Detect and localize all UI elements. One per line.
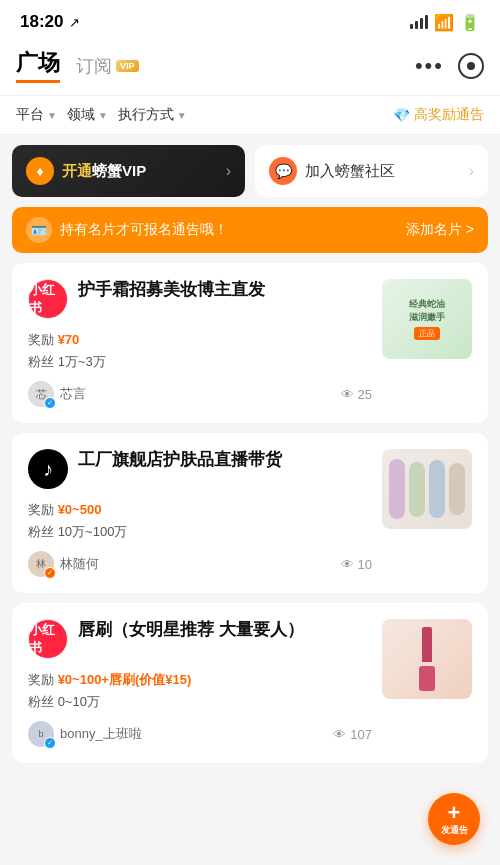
task-header: 小红书 护手霜招募美妆博主直发 [28, 279, 372, 319]
task-info: 奖励 ¥0~500 粉丝 10万~100万 [28, 501, 372, 541]
task-header: ♪ 工厂旗舰店护肤品直播带货 [28, 449, 372, 489]
card-notice-banner[interactable]: 🪪 持有名片才可报名通告哦！ 添加名片 > [12, 207, 488, 253]
location-icon: ↗ [69, 15, 80, 30]
avatar: 林 ✓ [28, 551, 54, 577]
community-icon: 💬 [269, 157, 297, 185]
task-card-2[interactable]: ♪ 工厂旗舰店护肤品直播带货 奖励 ¥0~500 粉丝 10万~100万 [12, 433, 488, 593]
task-info: 奖励 ¥0~100+唇刷(价值¥15) 粉丝 0~10万 [28, 671, 372, 711]
task-author: b ✓ bonny_上班啦 [28, 721, 142, 747]
promo-row: ♦ 开通螃蟹VIP › 💬 加入螃蟹社区 › [0, 135, 500, 207]
task-card-1[interactable]: 小红书 护手霜招募美妆博主直发 奖励 ¥70 粉丝 1万~3万 芯 [12, 263, 488, 423]
plus-icon: + [448, 802, 461, 824]
view-count: 👁 10 [341, 557, 372, 572]
high-reward-filter[interactable]: 💎 高奖励通告 [393, 106, 484, 124]
task-header: 小红书 唇刷（女明星推荐 大量要人） [28, 619, 372, 659]
task-reward: 奖励 ¥0~100+唇刷(价值¥15) [28, 671, 372, 689]
execution-filter[interactable]: 执行方式 ▼ [118, 106, 187, 124]
verified-icon: ✓ [44, 397, 56, 409]
view-count: 👁 107 [333, 727, 372, 742]
verified-icon: ✓ [44, 567, 56, 579]
vip-icon: ♦ [26, 157, 54, 185]
task-footer: 芯 ✓ 芯言 👁 25 [28, 381, 372, 407]
diamond-icon: 💎 [393, 107, 410, 123]
chevron-down-icon: ▼ [98, 110, 108, 121]
task-reward: 奖励 ¥0~500 [28, 501, 372, 519]
task-title: 护手霜招募美妆博主直发 [78, 279, 372, 301]
task-fans: 粉丝 10万~100万 [28, 523, 372, 541]
view-count: 👁 25 [341, 387, 372, 402]
card-icon: 🪪 [26, 217, 52, 243]
chevron-down-icon: ▼ [177, 110, 187, 121]
more-icon[interactable]: ••• [415, 53, 444, 79]
signal-icon [410, 15, 428, 29]
platform-filter[interactable]: 平台 ▼ [16, 106, 57, 124]
author-name: bonny_上班啦 [60, 725, 142, 743]
chevron-down-icon: ▼ [47, 110, 57, 121]
task-card-1-content: 小红书 护手霜招募美妆博主直发 奖励 ¥70 粉丝 1万~3万 芯 [28, 279, 372, 407]
battery-icon: 🔋 [460, 13, 480, 32]
task-info: 奖励 ¥70 粉丝 1万~3万 [28, 331, 372, 371]
post-button[interactable]: + 发通告 [428, 793, 480, 845]
promo-vip-text: 开通螃蟹VIP [62, 162, 218, 181]
verified-icon: ✓ [44, 737, 56, 749]
task-title: 工厂旗舰店护肤品直播带货 [78, 449, 372, 471]
avatar: 芯 ✓ [28, 381, 54, 407]
task-card-3[interactable]: 小红书 唇刷（女明星推荐 大量要人） 奖励 ¥0~100+唇刷(价值¥15) 粉… [12, 603, 488, 763]
card-notice-action: 添加名片 > [406, 221, 474, 239]
promo-community-button[interactable]: 💬 加入螃蟹社区 › [255, 145, 488, 197]
status-time: 18:20 [20, 12, 63, 32]
arrow-right-icon: › [226, 162, 231, 180]
platform-xhs-icon: 小红书 [28, 279, 68, 319]
platform-xhs-icon: 小红书 [28, 619, 68, 659]
task-fans: 粉丝 0~10万 [28, 693, 372, 711]
task-footer: 林 ✓ 林随何 👁 10 [28, 551, 372, 577]
header-actions: ••• [415, 53, 484, 79]
task-author: 林 ✓ 林随何 [28, 551, 99, 577]
task-title: 唇刷（女明星推荐 大量要人） [78, 619, 372, 641]
domain-filter[interactable]: 领域 ▼ [67, 106, 108, 124]
avatar: b ✓ [28, 721, 54, 747]
wifi-icon: 📶 [434, 13, 454, 32]
status-icons: 📶 🔋 [410, 13, 480, 32]
task-image-2 [382, 449, 472, 529]
tab-guangchang[interactable]: 广场 [16, 48, 60, 83]
task-card-3-content: 小红书 唇刷（女明星推荐 大量要人） 奖励 ¥0~100+唇刷(价值¥15) 粉… [28, 619, 372, 747]
author-name: 芯言 [60, 385, 86, 403]
filter-bar: 平台 ▼ 领域 ▼ 执行方式 ▼ 💎 高奖励通告 [0, 96, 500, 135]
task-footer: b ✓ bonny_上班啦 👁 107 [28, 721, 372, 747]
task-image-1: 经典蛇油滋润嫩手 正品 [382, 279, 472, 359]
promo-community-text: 加入螃蟹社区 [305, 162, 461, 181]
task-author: 芯 ✓ 芯言 [28, 381, 86, 407]
task-card-2-content: ♪ 工厂旗舰店护肤品直播带货 奖励 ¥0~500 粉丝 10万~100万 [28, 449, 372, 577]
card-notice-left: 🪪 持有名片才可报名通告哦！ [26, 217, 228, 243]
task-fans: 粉丝 1万~3万 [28, 353, 372, 371]
eye-icon: 👁 [341, 557, 354, 572]
card-notice-text: 持有名片才可报名通告哦！ [60, 221, 228, 239]
task-image-3 [382, 619, 472, 699]
status-bar: 18:20 ↗ 📶 🔋 [0, 0, 500, 40]
eye-icon: 👁 [341, 387, 354, 402]
vip-badge: VIP [116, 60, 139, 72]
platform-douyin-icon: ♪ [28, 449, 68, 489]
tab-dingyue[interactable]: 订阅 VIP [76, 54, 139, 78]
scan-icon[interactable] [458, 53, 484, 79]
nav-tabs: 广场 订阅 VIP [16, 48, 139, 83]
author-name: 林随何 [60, 555, 99, 573]
post-label: 发通告 [441, 824, 468, 837]
arrow-right-icon: › [469, 162, 474, 180]
promo-vip-button[interactable]: ♦ 开通螃蟹VIP › [12, 145, 245, 197]
task-reward: 奖励 ¥70 [28, 331, 372, 349]
header: 广场 订阅 VIP ••• [0, 40, 500, 96]
eye-icon: 👁 [333, 727, 346, 742]
